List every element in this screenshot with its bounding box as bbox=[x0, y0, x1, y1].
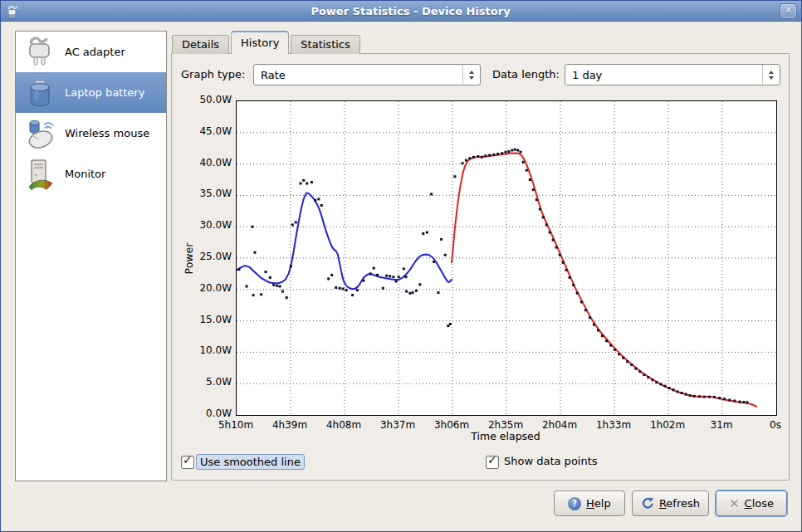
refresh-icon bbox=[641, 497, 654, 510]
y-tick-label: 30.0W bbox=[174, 219, 232, 231]
refresh-button[interactable]: Refresh bbox=[632, 491, 709, 516]
sidebar-item-label: Wireless mouse bbox=[65, 127, 149, 139]
sidebar-item-wireless-mouse[interactable]: Wireless mouse bbox=[16, 113, 166, 154]
x-tick-label: 3h37m bbox=[371, 419, 424, 431]
sidebar-item-label: Laptop battery bbox=[65, 86, 144, 99]
wireless-mouse-icon bbox=[23, 117, 56, 150]
use-smoothed-line-checkbox[interactable]: ✓ bbox=[181, 456, 194, 469]
combo-spinner-icon bbox=[462, 65, 480, 85]
y-tick-label: 25.0W bbox=[174, 251, 232, 262]
use-smoothed-line-label[interactable]: Use smoothed line bbox=[196, 454, 305, 470]
tab-history[interactable]: History bbox=[231, 31, 289, 54]
dialog-button-row: ?HelpRefresh✕Close bbox=[554, 491, 787, 516]
x-tick-label: 5h10m bbox=[209, 419, 262, 431]
window-close-button[interactable]: ✕ bbox=[780, 3, 797, 19]
help-button[interactable]: ?Help bbox=[554, 491, 625, 516]
window-title: Power Statistics - Device History bbox=[20, 5, 801, 17]
data-length-combo[interactable]: 1 day bbox=[565, 64, 780, 85]
x-tick-label: 2h35m bbox=[479, 419, 532, 431]
x-axis-title: Time elapsed bbox=[402, 430, 609, 442]
sidebar-item-monitor[interactable]: Monitor bbox=[16, 154, 166, 194]
y-tick-label: 45.0W bbox=[174, 125, 232, 137]
x-tick-label: 4h08m bbox=[317, 419, 370, 431]
device-list: AC adapterLaptop batteryWireless mouseMo… bbox=[15, 31, 167, 481]
y-tick-label: 10.0W bbox=[174, 344, 232, 356]
show-data-points-checkbox[interactable]: ✓ bbox=[486, 456, 499, 469]
sidebar-item-label: Monitor bbox=[65, 168, 105, 180]
x-tick-label: 0s bbox=[749, 419, 802, 431]
monitor-icon bbox=[23, 158, 56, 191]
graph-type-label: Graph type: bbox=[181, 64, 245, 85]
titlebar[interactable]: Power Statistics - Device History ✕ bbox=[1, 1, 801, 22]
help-icon: ? bbox=[568, 497, 581, 510]
data-length-label: Data length: bbox=[492, 64, 560, 85]
button-label: Close bbox=[745, 497, 774, 510]
sidebar-item-label: AC adapter bbox=[65, 46, 125, 58]
show-data-points-label[interactable]: Show data points bbox=[501, 454, 601, 468]
x-tick-label: 4h39m bbox=[263, 419, 316, 431]
y-tick-label: 20.0W bbox=[174, 282, 232, 294]
x-tick-label: 1h33m bbox=[587, 419, 640, 431]
ac-adapter-icon bbox=[23, 36, 56, 69]
y-tick-label: 5.0W bbox=[174, 376, 232, 388]
tab-details[interactable]: Details bbox=[172, 35, 229, 54]
check-icon: ✓ bbox=[183, 453, 193, 466]
y-tick-label: 50.0W bbox=[174, 94, 232, 105]
y-tick-label: 35.0W bbox=[174, 188, 232, 199]
data-points bbox=[237, 149, 748, 404]
graph-type-combo[interactable]: Rate bbox=[253, 64, 481, 85]
history-chart bbox=[236, 100, 777, 416]
app-icon bbox=[6, 4, 20, 18]
history-tab-page: Graph type: Rate Data length: 1 day Powe… bbox=[171, 53, 790, 481]
tab-bar: DetailsHistoryStatistics bbox=[172, 33, 362, 54]
sidebar-item-ac-adapter[interactable]: AC adapter bbox=[16, 32, 166, 72]
data-length-value: 1 day bbox=[565, 69, 762, 81]
x-tick-label: 31m bbox=[695, 419, 748, 431]
x-tick-label: 1h02m bbox=[641, 419, 694, 431]
graph-type-value: Rate bbox=[254, 69, 462, 81]
y-tick-label: 0.0W bbox=[174, 408, 232, 419]
combo-spinner-icon bbox=[762, 65, 780, 85]
button-label: Help bbox=[586, 497, 611, 510]
close-button[interactable]: ✕Close bbox=[716, 491, 787, 516]
smoothed-rate-red bbox=[452, 153, 756, 406]
button-label: Refresh bbox=[659, 497, 700, 510]
sidebar-item-laptop-battery[interactable]: Laptop battery bbox=[16, 72, 166, 113]
laptop-battery-icon bbox=[23, 76, 56, 110]
x-tick-label: 2h04m bbox=[533, 419, 586, 431]
power-statistics-window: Power Statistics - Device History ✕ AC a… bbox=[0, 0, 802, 532]
close-icon: ✕ bbox=[729, 496, 740, 511]
y-tick-label: 40.0W bbox=[174, 157, 232, 168]
y-tick-label: 15.0W bbox=[174, 314, 232, 325]
check-icon: ✓ bbox=[487, 453, 497, 466]
tab-statistics[interactable]: Statistics bbox=[291, 35, 359, 54]
x-tick-label: 3h06m bbox=[425, 419, 478, 431]
